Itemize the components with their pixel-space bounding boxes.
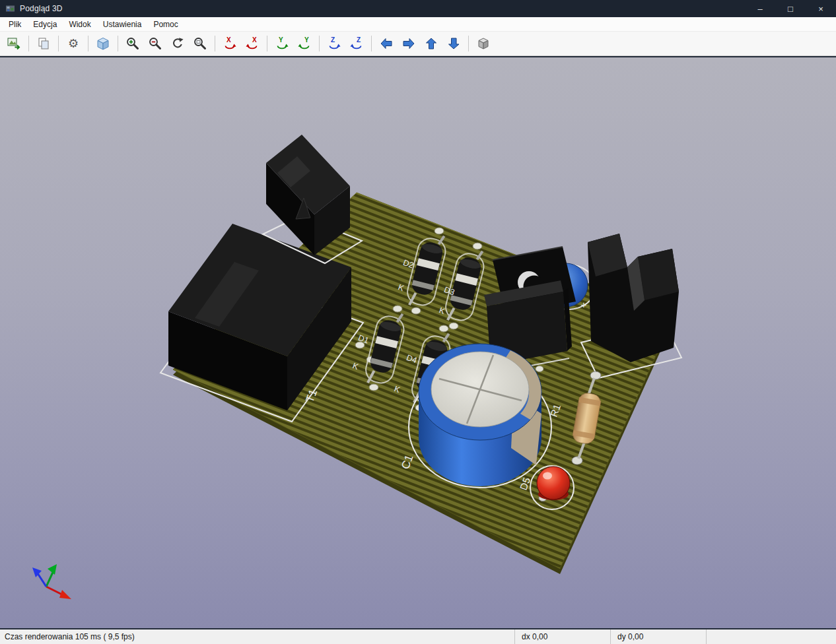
toolbar-separator: [118, 36, 118, 51]
close-button[interactable]: ×: [806, 0, 836, 17]
toolbar-separator: [468, 36, 469, 51]
ortho-cube-icon: [476, 36, 491, 51]
svg-text:X: X: [226, 36, 231, 44]
toolbar-separator: [215, 36, 215, 51]
svg-text:Z: Z: [331, 36, 335, 44]
svg-text:⚙: ⚙: [68, 37, 79, 50]
zoom-out-button[interactable]: [145, 34, 166, 53]
minimize-button[interactable]: –: [745, 0, 775, 17]
render-options-button[interactable]: ⚙: [63, 34, 84, 53]
rotate-x-cw-icon: X: [223, 36, 237, 51]
rotate-y-clockwise-button[interactable]: Y: [271, 34, 293, 53]
toolbar-separator: [371, 36, 372, 51]
rotate-z-counterclockwise-button[interactable]: Z: [346, 34, 367, 53]
orthographic-projection-button[interactable]: [473, 34, 494, 53]
export-3d-image-button[interactable]: [3, 34, 24, 53]
toolbar-separator: [267, 36, 267, 51]
render-current-view-button[interactable]: [92, 34, 114, 53]
rotate-z-clockwise-button[interactable]: Z: [324, 34, 345, 53]
axis-x-arrow: [59, 590, 71, 599]
title-bar: Podgląd 3D – □ ×: [0, 0, 836, 17]
move-up-button[interactable]: [421, 34, 442, 53]
arrow-right-icon: [401, 36, 416, 51]
zoom-in-button[interactable]: [122, 34, 143, 53]
menu-pomoc[interactable]: Pomoc: [147, 17, 184, 31]
window-title: Podgląd 3D: [20, 4, 63, 13]
copy-3d-image-button[interactable]: [33, 34, 54, 53]
pcb-3d-scene: T1 D2 K D3 K D1: [0, 57, 836, 629]
menu-ustawienia[interactable]: Ustawienia: [97, 17, 148, 31]
status-dx: dx 0,00: [514, 629, 610, 644]
toolbar-separator: [58, 36, 59, 51]
menu-plik[interactable]: Plik: [3, 17, 27, 31]
zoom-fit-icon: [193, 36, 207, 51]
toolbar: ⚙: [0, 32, 836, 56]
menu-edycja[interactable]: Edycja: [27, 17, 63, 31]
rotate-y-cw-icon: Y: [275, 36, 289, 51]
arrow-down-icon: [446, 36, 461, 51]
maximize-button[interactable]: □: [775, 0, 806, 17]
svg-text:Y: Y: [279, 36, 283, 44]
rotate-y-counterclockwise-button[interactable]: Y: [294, 34, 315, 53]
rotate-x-ccw-icon: X: [245, 36, 260, 51]
status-render-time: Czas renderowania 105 ms ( 9,5 fps): [0, 629, 514, 644]
render-cube-icon: [96, 36, 110, 51]
zoom-to-fit-button[interactable]: [190, 34, 211, 53]
window-controls: – □ ×: [745, 0, 836, 17]
zoom-in-icon: [125, 36, 140, 51]
rotate-z-ccw-icon: Z: [349, 36, 364, 51]
rotate-x-counterclockwise-button[interactable]: X: [242, 34, 263, 53]
toolbar-separator: [28, 36, 29, 51]
arrow-left-icon: [379, 36, 394, 51]
rotate-y-ccw-icon: Y: [297, 36, 312, 51]
export-image-icon: [7, 36, 21, 51]
svg-text:Y: Y: [304, 36, 309, 44]
app-icon: [5, 3, 16, 14]
arrow-up-icon: [424, 36, 438, 51]
redraw-button[interactable]: [167, 34, 188, 53]
rotate-z-cw-icon: Z: [327, 36, 341, 51]
axis-indicator: [32, 564, 71, 599]
gear-icon: ⚙: [66, 36, 81, 51]
toolbar-separator: [319, 36, 320, 51]
move-right-button[interactable]: [398, 34, 419, 53]
menu-bar: Plik Edycja Widok Ustawienia Pomoc: [0, 17, 836, 32]
toolbar-separator: [88, 36, 88, 51]
move-left-button[interactable]: [376, 34, 397, 53]
rotate-x-clockwise-button[interactable]: X: [219, 34, 240, 53]
copy-icon: [36, 36, 51, 51]
status-empty: [706, 629, 836, 644]
redraw-icon: [170, 36, 185, 51]
svg-text:Z: Z: [357, 36, 361, 44]
viewport-3d[interactable]: T1 D2 K D3 K D1: [0, 56, 836, 629]
status-bar: Czas renderowania 105 ms ( 9,5 fps) dx 0…: [0, 629, 836, 644]
svg-text:X: X: [252, 36, 257, 44]
menu-widok[interactable]: Widok: [63, 17, 96, 31]
move-down-button[interactable]: [443, 34, 464, 53]
zoom-out-icon: [148, 36, 162, 51]
status-dy: dy 0,00: [610, 629, 706, 644]
label-plus: +: [581, 299, 587, 310]
